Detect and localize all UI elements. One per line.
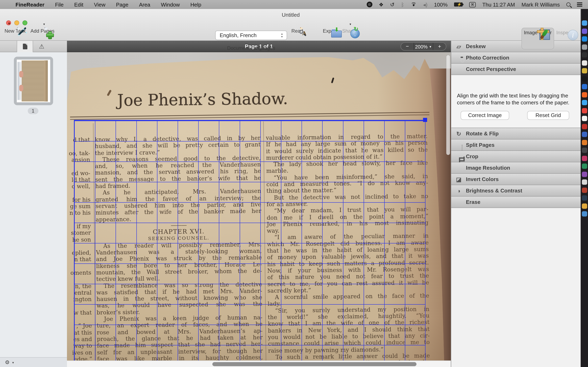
menu-area[interactable]: Area xyxy=(139,1,150,8)
gear-icon[interactable]: ⚙ xyxy=(5,359,9,365)
dock-app-23[interactable] xyxy=(582,195,587,201)
perspective-instruction: Align the grid with the text lines by dr… xyxy=(457,92,575,106)
finger-in-photo xyxy=(19,71,23,77)
battery-icon[interactable]: ⚡ xyxy=(454,2,463,7)
dock-app-18[interactable] xyxy=(582,156,587,161)
creative-cloud-icon[interactable]: ◎ xyxy=(366,2,372,7)
dock-app-14[interactable] xyxy=(582,124,587,129)
close-button[interactable] xyxy=(6,20,11,25)
panel-section-correct-perspective[interactable]: Correct Perspective xyxy=(451,64,581,75)
image-editor-panel: ▱Deskew Photo Correction Correct Perspec… xyxy=(451,41,581,367)
panel-section-rotate-flip[interactable]: ↻Rotate & Flip xyxy=(451,128,581,140)
image-editor-button-content[interactable]: Image Editor xyxy=(521,29,554,35)
reset-grid-button[interactable]: Reset Grid xyxy=(527,111,569,120)
menu-user[interactable]: Mark R Williams xyxy=(521,1,560,8)
dock-app-10[interactable] xyxy=(582,92,587,97)
zoom-in-button[interactable]: + xyxy=(433,43,446,50)
panel-section-brightness-contrast[interactable]: ◑Brightness & Contrast xyxy=(451,185,581,197)
sidebar-footer: ⚙ ▾ xyxy=(0,357,67,367)
dock-app-13[interactable] xyxy=(582,116,587,121)
volume-icon[interactable]: ◂) xyxy=(423,2,428,7)
document-languages-select[interactable]: English, French ▲▼ xyxy=(215,31,287,40)
dock-app-21[interactable] xyxy=(582,179,587,185)
dock-app-16[interactable] xyxy=(582,140,587,145)
menu-file[interactable]: File xyxy=(55,1,64,8)
dock-app-9[interactable] xyxy=(582,84,587,89)
dock-app-20[interactable] xyxy=(582,171,587,177)
perspective-grid-overlay[interactable] xyxy=(74,120,425,367)
select-arrows-icon: ▲▼ xyxy=(279,32,285,39)
panel-section-erase[interactable]: Erase xyxy=(451,197,581,208)
share-button[interactable]: ↻▾ Share xyxy=(340,27,357,34)
dock-app-17[interactable] xyxy=(582,148,587,153)
dock-app-12[interactable] xyxy=(582,108,587,113)
correct-perspective-pane: Align the grid with the text lines by dr… xyxy=(451,75,581,128)
new-task-button[interactable]: ✦✦✦ New Task xyxy=(2,27,28,34)
panel-section-split-pages[interactable]: Split Pages xyxy=(451,140,581,151)
menu-clock[interactable]: Thu 11:27 AM xyxy=(482,1,515,8)
dock-app-7[interactable] xyxy=(582,68,587,73)
horizontal-scrollbar-thumb[interactable] xyxy=(212,362,416,366)
horizontal-scrollbar[interactable] xyxy=(67,360,451,367)
page-thumbnail[interactable] xyxy=(14,57,53,105)
deskew-icon: ▱ xyxy=(455,43,462,50)
zoom-window-button[interactable] xyxy=(22,20,27,25)
document-languages-label: Document Languages xyxy=(215,44,287,51)
dock-app-24[interactable] xyxy=(582,203,587,209)
dock-app-6[interactable] xyxy=(582,60,587,66)
keyboard-input-icon[interactable]: ⌘ xyxy=(469,2,476,7)
dock-app-15[interactable] xyxy=(582,132,587,137)
traffic-lights xyxy=(6,20,27,25)
dock-icon-system-preferences[interactable] xyxy=(582,44,587,50)
page-icon xyxy=(23,44,27,49)
vertical-scrollbar[interactable] xyxy=(446,55,450,341)
notification-center-icon[interactable] xyxy=(577,2,582,7)
dock-app-8[interactable] xyxy=(582,76,587,81)
dock-app-19[interactable] xyxy=(582,164,587,169)
vertical-scrollbar-thumb[interactable] xyxy=(446,55,450,155)
dock-icon-finder[interactable] xyxy=(582,20,587,26)
menu-help[interactable]: Help xyxy=(190,1,201,8)
menu-view[interactable]: View xyxy=(94,1,105,8)
panel-section-invert-colors[interactable]: ◪Invert Colors xyxy=(451,174,581,185)
dock-icon-siri[interactable] xyxy=(582,28,587,34)
brightness-contrast-icon: ◑ xyxy=(455,187,462,194)
correct-image-button[interactable]: Correct Image xyxy=(461,111,509,120)
panel-section-image-resolution[interactable]: Image Resolution xyxy=(451,162,581,174)
menu-window[interactable]: Window xyxy=(161,1,180,8)
grid-corner-handle[interactable] xyxy=(423,118,427,122)
panel-section-deskew[interactable]: ▱Deskew xyxy=(451,41,581,52)
tab-pages[interactable] xyxy=(17,41,33,52)
dock-app-11[interactable] xyxy=(582,100,587,105)
menu-edit[interactable]: Edit xyxy=(74,1,84,8)
window-title: Untitled xyxy=(0,12,581,18)
read-button[interactable]: A Read xyxy=(290,27,305,34)
scanned-photo[interactable]: Joe Phenix’s Shadow. d thatoo, tak-ansio… xyxy=(67,52,451,367)
wifi-icon[interactable] xyxy=(411,2,416,7)
zoom-level-menu[interactable]: 200% ▼ xyxy=(414,43,433,50)
time-machine-icon[interactable]: ↺ xyxy=(390,2,395,7)
image-viewer: Page 1 of 1 − 200% ▼ + Joe Phenix’s Shad… xyxy=(67,41,451,367)
gear-dropdown-arrow: ▾ xyxy=(12,361,14,365)
page-thumbnail-image xyxy=(17,59,50,102)
minimize-button[interactable] xyxy=(14,20,19,25)
menu-page[interactable]: Page xyxy=(116,1,129,8)
tab-warnings[interactable]: ⚠ xyxy=(34,41,50,52)
newspaper-title: Joe Phenix’s Shadow. xyxy=(107,89,299,110)
window-toolbar: Untitled ✦✦✦ New Task ▾ Add Pages Englis… xyxy=(0,9,581,41)
export-button[interactable]: ⬇ Export xyxy=(320,27,339,34)
inspector-button[interactable]: i Inspector xyxy=(554,29,579,35)
panel-section-crop[interactable]: Crop xyxy=(451,151,581,162)
add-pages-button[interactable]: ▾ Add Pages xyxy=(29,27,56,34)
bluetooth-icon[interactable]: ᛒ xyxy=(401,2,404,7)
dock-app-25[interactable] xyxy=(582,211,587,217)
ink-mark xyxy=(331,77,334,83)
spotlight-icon[interactable] xyxy=(566,2,571,7)
zoom-out-button[interactable]: − xyxy=(401,43,414,50)
dock-icon-app-store[interactable] xyxy=(582,36,587,42)
dock-app-22[interactable] xyxy=(582,187,587,193)
menu-app-name[interactable]: FineReader xyxy=(16,1,44,8)
dock-icon-gauge[interactable] xyxy=(582,52,587,58)
dropbox-icon[interactable]: ❖ xyxy=(379,2,383,7)
panel-section-photo-correction[interactable]: Photo Correction xyxy=(451,52,581,64)
